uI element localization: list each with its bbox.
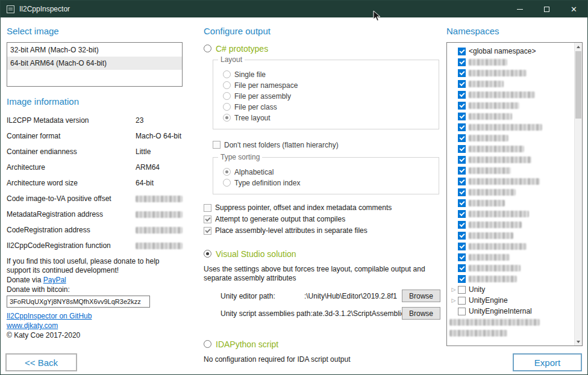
- namespace-item[interactable]: [447, 78, 574, 89]
- namespace-item[interactable]: [447, 219, 574, 230]
- output-option-checkbox[interactable]: [204, 215, 211, 223]
- namespace-checkbox[interactable]: [458, 243, 466, 250]
- idapython-radio[interactable]: [204, 340, 211, 348]
- namespace-item[interactable]: [447, 252, 574, 262]
- namespace-item[interactable]: Unity: [447, 284, 574, 295]
- visual-studio-option[interactable]: Visual Studio solution: [204, 249, 440, 259]
- expand-arrow-icon[interactable]: [452, 287, 456, 293]
- namespace-checkbox[interactable]: [458, 297, 466, 305]
- flatten-hierarchy-option[interactable]: Don't nest folders (flatten hierarchy): [213, 140, 440, 150]
- scroll-down-button[interactable]: [575, 338, 582, 346]
- layout-option-radio[interactable]: [223, 81, 231, 89]
- namespace-checkbox[interactable]: [458, 286, 466, 294]
- namespace-item[interactable]: [447, 132, 574, 143]
- namespace-item[interactable]: [447, 176, 574, 187]
- output-option-checkbox[interactable]: [204, 204, 211, 212]
- namespace-checkbox[interactable]: [458, 253, 466, 261]
- namespace-item[interactable]: [447, 197, 574, 208]
- namespace-checkbox[interactable]: [458, 210, 466, 218]
- csharp-prototypes-radio[interactable]: [204, 45, 211, 52]
- namespace-item[interactable]: [447, 262, 574, 273]
- namespace-item[interactable]: [447, 89, 574, 100]
- namespace-item[interactable]: [447, 230, 574, 241]
- namespace-item[interactable]: UnityEngine: [447, 295, 574, 306]
- browse-editor-button[interactable]: Browse: [402, 290, 440, 302]
- namespace-checkbox[interactable]: [458, 232, 466, 240]
- output-option-row[interactable]: Suppress pointer, offset and index metad…: [204, 202, 440, 213]
- namespace-checkbox[interactable]: [458, 48, 466, 55]
- namespace-checkbox[interactable]: [458, 69, 466, 77]
- export-button[interactable]: Export: [513, 353, 582, 371]
- namespace-checkbox[interactable]: [458, 264, 466, 272]
- namespace-item[interactable]: <global namespace>: [447, 46, 574, 57]
- namespace-checkbox[interactable]: [458, 102, 466, 110]
- namespace-checkbox[interactable]: [458, 221, 466, 229]
- namespace-checkbox[interactable]: [458, 123, 466, 131]
- github-link[interactable]: Il2CppInspector on GitHub: [7, 312, 92, 320]
- namespace-item[interactable]: [447, 67, 574, 78]
- namespace-checkbox[interactable]: [458, 58, 466, 66]
- layout-option-row[interactable]: File per namespace: [223, 80, 439, 90]
- namespace-checkbox[interactable]: [458, 80, 466, 88]
- bitcoin-address-field[interactable]: [7, 296, 150, 308]
- namespace-checkbox[interactable]: [458, 275, 466, 283]
- close-button[interactable]: ✕: [560, 1, 587, 17]
- namespace-item[interactable]: [447, 241, 574, 252]
- namespace-item[interactable]: [447, 165, 574, 176]
- expand-arrow-icon[interactable]: [452, 298, 456, 303]
- namespace-item[interactable]: [447, 111, 574, 122]
- namespace-checkbox[interactable]: [458, 145, 466, 153]
- scrollbar-thumb[interactable]: [575, 51, 581, 119]
- namespace-item[interactable]: [447, 187, 574, 197]
- idapython-option[interactable]: IDAPython script: [204, 339, 440, 349]
- website-link[interactable]: www.djkaty.com: [7, 321, 58, 330]
- namespace-item[interactable]: [447, 100, 574, 111]
- sorting-option-row[interactable]: Alphabetical: [223, 167, 439, 177]
- browse-script-button[interactable]: Browse: [402, 307, 440, 320]
- namespace-checkbox[interactable]: [458, 156, 466, 164]
- maximize-button[interactable]: [533, 1, 560, 17]
- sorting-option-radio[interactable]: [223, 168, 231, 176]
- visual-studio-radio[interactable]: [204, 250, 211, 258]
- output-option-row[interactable]: Attempt to generate output that compiles: [204, 214, 440, 225]
- namespace-item[interactable]: [447, 317, 574, 327]
- namespace-item[interactable]: [447, 143, 574, 154]
- namespace-scrollbar[interactable]: [574, 43, 582, 346]
- minimize-button[interactable]: [506, 1, 533, 17]
- image-list-item[interactable]: 64-bit ARM64 (Mach-O 64-bit): [7, 57, 182, 70]
- namespace-item[interactable]: UnityEngineInternal: [447, 306, 574, 317]
- namespace-checkbox[interactable]: [458, 308, 466, 315]
- namespace-item[interactable]: [447, 327, 574, 338]
- scroll-up-button[interactable]: [575, 43, 582, 51]
- namespace-checkbox[interactable]: [458, 178, 466, 185]
- namespace-item[interactable]: [447, 122, 574, 132]
- paypal-link[interactable]: PayPal: [43, 276, 66, 284]
- namespace-checkbox[interactable]: [458, 91, 466, 99]
- sorting-option-radio[interactable]: [223, 179, 231, 187]
- flatten-hierarchy-checkbox[interactable]: [213, 141, 220, 149]
- namespace-checkbox[interactable]: [458, 188, 466, 196]
- layout-option-row[interactable]: Tree layout: [223, 113, 439, 123]
- layout-option-radio[interactable]: [223, 92, 231, 100]
- layout-option-row[interactable]: Single file: [223, 69, 439, 79]
- output-option-checkbox[interactable]: [204, 227, 211, 235]
- namespace-item[interactable]: [447, 57, 574, 67]
- layout-option-radio[interactable]: [223, 114, 231, 122]
- csharp-prototypes-option[interactable]: C# prototypes: [204, 43, 440, 54]
- back-button[interactable]: << Back: [5, 353, 77, 371]
- namespace-checkbox[interactable]: [458, 113, 466, 120]
- namespace-checkbox[interactable]: [458, 167, 466, 175]
- namespace-item[interactable]: [447, 208, 574, 219]
- image-list-item[interactable]: 32-bit ARM (Mach-O 32-bit): [7, 43, 182, 57]
- namespace-checkbox[interactable]: [458, 134, 466, 142]
- layout-option-radio[interactable]: [223, 103, 231, 111]
- namespace-checkbox[interactable]: [458, 199, 466, 207]
- namespace-item[interactable]: [447, 273, 574, 284]
- output-option-row[interactable]: Place assembly-level attributes in separ…: [204, 225, 440, 236]
- image-listbox[interactable]: 32-bit ARM (Mach-O 32-bit) 64-bit ARM64 …: [7, 42, 183, 87]
- layout-option-row[interactable]: File per class: [223, 102, 439, 112]
- layout-option-row[interactable]: File per assembly: [223, 91, 439, 101]
- namespace-item[interactable]: [447, 154, 574, 165]
- sorting-option-row[interactable]: Type definition index: [223, 178, 439, 188]
- layout-option-radio[interactable]: [223, 70, 231, 78]
